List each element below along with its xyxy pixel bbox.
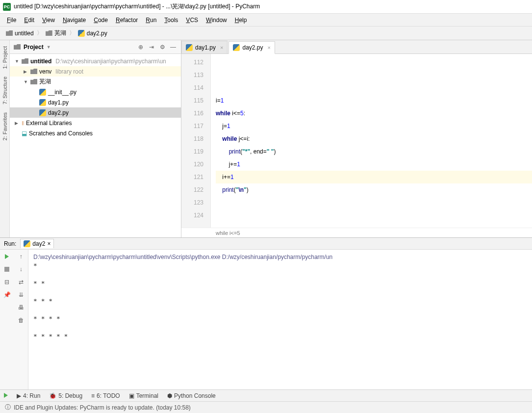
lib-icon: ⫴ xyxy=(22,120,24,127)
breadcrumb-item[interactable]: day2.py xyxy=(76,29,109,38)
run-tab[interactable]: day2 × xyxy=(20,239,54,248)
run-label: Run: xyxy=(4,240,16,247)
line-gutter: 112113114115116117118119120121122123124 xyxy=(181,54,211,228)
code-line[interactable]: j+=1 xyxy=(216,158,532,171)
code-line[interactable] xyxy=(216,81,532,94)
breadcrumb-label: day2.py xyxy=(87,30,107,37)
code-line[interactable] xyxy=(216,196,532,209)
layout-icon[interactable]: ⊟ xyxy=(3,278,11,286)
editor-tab[interactable]: day1.py× xyxy=(181,41,228,53)
locate-icon[interactable]: ⊕ xyxy=(137,43,145,51)
tree-label: venv xyxy=(39,68,51,75)
tree-item[interactable]: ▼芜湖 xyxy=(10,77,181,87)
settings-icon[interactable]: ⚙ xyxy=(158,43,166,51)
bottom-tool-terminal[interactable]: ▣Terminal xyxy=(129,392,158,399)
code-line[interactable]: while j<=i: xyxy=(216,132,532,145)
menu-edit[interactable]: Edit xyxy=(21,15,37,25)
menu-help[interactable]: Help xyxy=(232,15,250,25)
wrap-icon[interactable]: ⇄ xyxy=(17,278,25,286)
code-line[interactable]: while i<=5: xyxy=(216,107,532,120)
tree-item[interactable]: ⬓Scratches and Consoles xyxy=(10,128,181,138)
close-icon[interactable]: × xyxy=(268,45,271,51)
tool-icon: ⬢ xyxy=(167,392,172,399)
side-tab-favorites[interactable]: 2: Favorites xyxy=(1,108,9,144)
code-line[interactable]: print("\n") xyxy=(216,183,532,196)
bottom-tool-run[interactable]: ▶4: Run xyxy=(17,392,40,399)
rerun-icon[interactable] xyxy=(3,253,11,260)
collapse-icon[interactable]: ⇥ xyxy=(148,43,155,51)
breadcrumb-item[interactable]: untitled xyxy=(4,29,36,38)
close-icon[interactable]: × xyxy=(220,45,223,51)
tool-icon: ≡ xyxy=(91,392,95,399)
code-line[interactable]: j=1 xyxy=(216,120,532,132)
breadcrumb-label: 芜湖 xyxy=(54,29,66,37)
tree-item[interactable]: ▼untitledD:\wzy\ceshiruanjian\pycharm\py… xyxy=(10,56,181,66)
expand-icon[interactable]: ▼ xyxy=(24,79,28,84)
editor-area: day1.py×day2.py× 11211311411511611711811… xyxy=(181,40,532,237)
dropdown-icon[interactable]: ▼ xyxy=(47,45,51,50)
app-icon: PC xyxy=(3,3,11,11)
menu-refactor[interactable]: Refactor xyxy=(113,15,141,25)
side-tab-structure[interactable]: 7: Structure xyxy=(1,73,9,108)
menu-navigate[interactable]: Navigate xyxy=(60,15,89,25)
bottom-tool-pythonconsole[interactable]: ⬢Python Console xyxy=(167,392,216,399)
code-line[interactable]: i+=1 xyxy=(216,171,532,183)
side-tab-project[interactable]: 1: Project xyxy=(1,42,9,73)
folder-icon xyxy=(22,58,28,64)
up-icon[interactable]: ↑ xyxy=(17,253,25,260)
editor-tab[interactable]: day2.py× xyxy=(228,41,275,54)
menu-view[interactable]: View xyxy=(39,15,58,25)
folder-icon xyxy=(6,30,13,36)
menu-vcs[interactable]: VCS xyxy=(183,15,201,25)
tool-label: 6: TODO xyxy=(97,392,120,399)
menu-run[interactable]: Run xyxy=(143,15,159,25)
breadcrumb-label: untitled xyxy=(15,30,34,37)
tree-item[interactable]: day2.py xyxy=(10,107,181,118)
menu-window[interactable]: Window xyxy=(203,15,230,25)
code-line[interactable] xyxy=(216,69,532,81)
code-line[interactable] xyxy=(216,56,532,69)
expand-icon[interactable]: ▶ xyxy=(24,69,28,74)
bottom-tool-bar: ▶4: Run🐞5: Debug≡6: TODO▣Terminal⬢Python… xyxy=(0,389,532,401)
breadcrumb-item[interactable]: 芜湖 xyxy=(44,28,68,38)
code-line[interactable]: i=1 xyxy=(216,94,532,107)
menu-tools[interactable]: Tools xyxy=(161,15,181,25)
run-tab-label: day2 xyxy=(32,240,45,247)
expand-icon[interactable]: ▼ xyxy=(15,59,20,64)
tab-label: day1.py xyxy=(195,44,216,51)
tree-item[interactable]: __init__.py xyxy=(10,87,181,97)
hide-icon[interactable]: — xyxy=(169,43,177,51)
tree-item[interactable]: ▶venvlibrary root xyxy=(10,66,181,77)
title-bar: PC untitled [D:\wzy\ceshiruanjian\pychar… xyxy=(0,0,532,14)
tree-item[interactable]: ▶⫴External Libraries xyxy=(10,118,181,128)
down-icon[interactable]: ↓ xyxy=(17,265,25,273)
tree-item[interactable]: day1.py xyxy=(10,97,181,107)
pin-icon[interactable]: 📌 xyxy=(3,291,11,299)
close-icon[interactable]: × xyxy=(47,240,51,247)
code-line[interactable]: print("*", end=" ") xyxy=(216,145,532,158)
menu-code[interactable]: Code xyxy=(91,15,111,25)
left-tool-strip: 1: Project7: Structure2: Favorites xyxy=(0,40,10,237)
code-line[interactable] xyxy=(216,209,532,222)
run-output[interactable]: D:\wzy\ceshiruanjian\pycharm\pycharm\unt… xyxy=(28,250,532,389)
project-panel: Project ▼ ⊕ ⇥ ⚙ — ▼untitledD:\wzy\ceshir… xyxy=(10,40,181,237)
tree-suffix: library root xyxy=(55,68,83,75)
scroll-icon[interactable]: ⇊ xyxy=(17,291,25,299)
stop-icon[interactable] xyxy=(3,265,11,273)
tool-label: 5: Debug xyxy=(58,392,82,399)
code-area[interactable]: i=1while i<=5: j=1 while j<=i: print("*"… xyxy=(211,54,532,228)
menu-file[interactable]: File xyxy=(4,15,19,25)
project-tree[interactable]: ▼untitledD:\wzy\ceshiruanjian\pycharm\py… xyxy=(10,54,181,237)
menu-bar: FileEditViewNavigateCodeRefactorRunTools… xyxy=(0,14,532,26)
folder-icon xyxy=(30,79,37,84)
editor-tabs: day1.py×day2.py× xyxy=(181,40,532,54)
trash-icon[interactable]: 🗑 xyxy=(17,316,25,324)
tree-label: day2.py xyxy=(48,109,69,116)
editor-body[interactable]: 112113114115116117118119120121122123124 … xyxy=(181,54,532,228)
expand-icon[interactable]: ▶ xyxy=(15,121,20,126)
run-panel-header: Run: day2 × xyxy=(0,238,532,250)
print-icon[interactable]: 🖶 xyxy=(17,304,25,311)
folder-icon xyxy=(14,44,21,50)
bottom-tool-debug[interactable]: 🐞5: Debug xyxy=(49,392,82,399)
bottom-tool-todo[interactable]: ≡6: TODO xyxy=(91,392,120,399)
